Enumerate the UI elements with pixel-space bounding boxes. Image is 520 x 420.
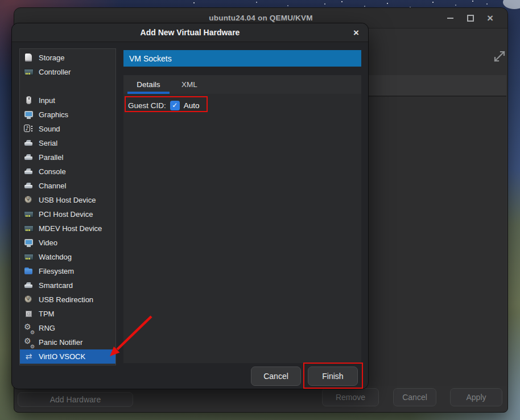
sidebar-item-parallel[interactable]: Parallel	[20, 150, 115, 164]
sidebar-item-console[interactable]: Console	[20, 164, 115, 179]
sidebar-item-label: TPM	[39, 310, 54, 318]
sidebar-item-label: Serial	[39, 139, 57, 147]
pci-card-icon	[24, 252, 34, 262]
serial-device-icon	[24, 181, 34, 191]
finish-button[interactable]: Finish	[308, 367, 358, 386]
sidebar-item-filesystem[interactable]: Filesystem	[20, 264, 115, 278]
mouse-icon	[24, 96, 34, 105]
gear-icon	[24, 337, 34, 347]
sidebar-item-virtio-vsock[interactable]: VirtIO VSOCK	[20, 349, 115, 364]
pci-card-icon	[24, 224, 34, 233]
sidebar-item-blank	[20, 79, 115, 93]
sidebar-item-label: Channel	[39, 182, 66, 190]
add-hardware-button[interactable]: Add Hardware	[18, 392, 133, 407]
sidebar-item-label: Panic Notifier	[39, 338, 82, 347]
disk-icon	[24, 53, 34, 63]
serial-device-icon	[24, 138, 34, 148]
sidebar-item-label: Watchdog	[39, 253, 72, 261]
dialog-cancel-button[interactable]: Cancel	[251, 367, 301, 386]
details-tab-content: Guest CID: Auto	[123, 94, 361, 363]
serial-device-icon	[24, 281, 34, 290]
sidebar-item-label: MDEV Host Device	[39, 224, 102, 233]
sidebar-item-serial[interactable]: Serial	[20, 136, 115, 150]
monitor-icon	[24, 110, 34, 120]
sidebar-item-label: USB Redirection	[39, 295, 93, 304]
sidebar-item-rng[interactable]: RNG	[20, 321, 115, 335]
sidebar-item-label: PCI Host Device	[39, 210, 93, 219]
swap-arrows-icon	[24, 352, 34, 361]
sound-icon	[24, 124, 34, 134]
sidebar-item-graphics[interactable]: Graphics	[20, 108, 115, 122]
dialog-titlebar[interactable]: Add New Virtual Hardware	[12, 23, 368, 42]
serial-device-icon	[24, 153, 34, 162]
hardware-type-list: StorageControllerInputGraphicsSoundSeria…	[19, 48, 116, 365]
tab-details[interactable]: Details	[127, 75, 170, 94]
sidebar-item-controller[interactable]: Controller	[20, 65, 115, 79]
sidebar-item-label: Graphics	[39, 110, 68, 119]
sidebar-item-label: Input	[39, 96, 55, 105]
panel-header: VM Sockets	[123, 50, 361, 67]
sidebar-item-label: Parallel	[39, 153, 63, 162]
sidebar-item-video[interactable]: Video	[20, 236, 115, 250]
fullscreen-expand-icon[interactable]	[492, 49, 507, 64]
sidebar-item-usb-host-device[interactable]: USB Host Device	[20, 193, 115, 207]
sidebar-item-pci-host-device[interactable]: PCI Host Device	[20, 207, 115, 221]
auto-checkbox-label: Auto	[184, 101, 200, 110]
folder-icon	[24, 266, 34, 276]
chip-icon	[24, 309, 34, 319]
desktop: ubuntu24.04 on QEMU/KVM Add Hardware Rem…	[0, 0, 520, 420]
sidebar-item-label: Sound	[39, 125, 60, 133]
tab-bar: Details XML	[123, 75, 361, 94]
guest-cid-auto-checkbox[interactable]	[170, 101, 180, 110]
remove-button[interactable]: Remove	[322, 388, 379, 406]
sidebar-item-tpm[interactable]: TPM	[20, 307, 115, 321]
sidebar-item-label: VirtIO VSOCK	[39, 352, 85, 361]
sidebar-item-mdev-host-device[interactable]: MDEV Host Device	[20, 221, 115, 236]
minimize-icon[interactable]	[441, 8, 460, 28]
pci-card-icon	[24, 67, 34, 77]
vm-cancel-button[interactable]: Cancel	[393, 388, 436, 406]
usb-icon	[24, 295, 34, 304]
guest-cid-label: Guest CID:	[128, 101, 166, 110]
sidebar-item-label: Controller	[39, 68, 71, 76]
usb-icon	[24, 195, 34, 205]
sidebar-item-panic-notifier[interactable]: Panic Notifier	[20, 335, 115, 349]
sidebar-item-label: RNG	[39, 324, 55, 332]
sidebar-item-label: Storage	[39, 53, 65, 62]
serial-device-icon	[24, 167, 34, 176]
sidebar-item-sound[interactable]: Sound	[20, 122, 115, 136]
sidebar-item-storage[interactable]: Storage	[20, 51, 115, 65]
sidebar-item-usb-redirection[interactable]: USB Redirection	[20, 293, 115, 307]
wallpaper-stars	[193, 2, 195, 3]
tab-xml[interactable]: XML	[172, 75, 207, 94]
sidebar-item-smartcard[interactable]: Smartcard	[20, 278, 115, 293]
maximize-icon[interactable]	[461, 8, 480, 28]
apply-button[interactable]: Apply	[450, 388, 502, 406]
dialog-main-panel: VM Sockets Details XML Guest CID: Auto	[123, 50, 361, 363]
gear-icon	[24, 323, 34, 333]
sidebar-item-label: USB Host Device	[39, 196, 96, 204]
dialog-close-icon[interactable]	[348, 23, 365, 42]
sidebar-item-channel[interactable]: Channel	[20, 179, 115, 193]
add-hardware-dialog: Add New Virtual Hardware StorageControll…	[11, 23, 369, 389]
close-icon[interactable]	[481, 8, 500, 28]
monitor-icon	[24, 238, 34, 248]
sidebar-item-label: Smartcard	[39, 281, 73, 290]
sidebar-item-label: Console	[39, 167, 66, 176]
sidebar-item-label: Filesystem	[39, 267, 74, 275]
dialog-title: Add New Virtual Hardware	[12, 23, 368, 42]
pci-card-icon	[24, 209, 34, 219]
sidebar-item-watchdog[interactable]: Watchdog	[20, 250, 115, 264]
sidebar-item-label: Video	[39, 238, 57, 247]
sidebar-item-input[interactable]: Input	[20, 93, 115, 108]
window-controls	[441, 8, 500, 28]
guest-cid-row: Guest CID: Auto	[128, 99, 200, 112]
